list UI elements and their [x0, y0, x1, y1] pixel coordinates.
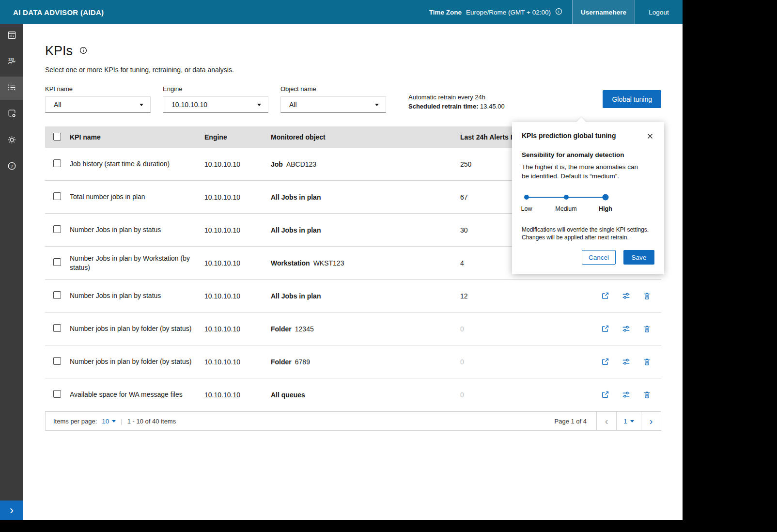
row-actions	[597, 390, 661, 400]
timezone-info-icon[interactable]	[555, 8, 562, 16]
table-row: Number jobs in plan by folder (by status…	[45, 345, 661, 378]
logout-button[interactable]: Logout	[635, 0, 683, 24]
kpi-name-cell: Number Jobs in plan by status	[70, 291, 204, 300]
save-button[interactable]: Save	[623, 250, 654, 265]
chevron-down-icon	[112, 420, 116, 422]
row-checkbox[interactable]	[53, 324, 61, 332]
tune-kpi-icon[interactable]	[621, 291, 631, 301]
header-kpi-name: KPI name	[70, 133, 204, 141]
alerts-cell: 0	[460, 391, 597, 399]
monitored-object-cell: JobABCD123	[271, 160, 460, 168]
delete-kpi-icon[interactable]	[642, 390, 652, 400]
items-per-page-label: Items per page:	[53, 418, 97, 425]
engine-cell: 10.10.10.10	[204, 226, 271, 234]
prev-page-button[interactable]: ‹	[596, 412, 616, 430]
open-kpi-icon[interactable]	[600, 291, 610, 301]
filter-kpi-name: KPI name All	[45, 85, 151, 113]
forecast-123-icon: 123	[7, 57, 16, 68]
sidebar-expand-button[interactable]: ›	[0, 501, 23, 520]
delete-kpi-icon[interactable]	[642, 291, 652, 301]
slider-dot-medium[interactable]	[564, 195, 569, 200]
row-actions	[597, 357, 661, 367]
open-kpi-icon[interactable]	[600, 390, 610, 400]
global-tuning-popover: KPIs prediction global tuning Sensibilit…	[512, 122, 664, 274]
cancel-button[interactable]: Cancel	[582, 250, 616, 265]
kpi-name-cell: Number Jobs in plan by Workstation (by s…	[70, 254, 204, 272]
page-subtitle: Select one or more KPIs for tuning, retr…	[45, 66, 661, 74]
row-checkbox[interactable]	[53, 225, 61, 233]
kpi-name-select-value: All	[54, 101, 62, 109]
app-title: AI DATA ADVISOR (AIDA)	[0, 0, 104, 24]
monitored-object-cell: All Jobs in plan	[271, 193, 460, 201]
sensitivity-slider[interactable]	[527, 193, 606, 201]
kpi-name-cell: Job history (start time & duration)	[70, 159, 204, 169]
tune-kpi-icon[interactable]	[621, 324, 631, 334]
row-checkbox[interactable]	[53, 192, 61, 200]
logout-label: Logout	[649, 9, 668, 16]
select-all-checkbox[interactable]	[53, 133, 61, 141]
row-checkbox[interactable]	[53, 357, 61, 365]
alerts-cell: 12	[460, 292, 597, 300]
alerts-cell: 0	[460, 358, 597, 366]
settings-gear-icon	[7, 135, 16, 146]
monitored-object-cell: All queues	[271, 391, 460, 399]
global-tuning-button[interactable]: Global tuning	[603, 90, 661, 108]
pagination-bar: Items per page: 10 | 1 - 10 of 40 items …	[45, 411, 661, 431]
object-name-select[interactable]: All	[280, 96, 386, 113]
sidebar-item-forecast[interactable]: 123	[0, 50, 23, 74]
table-row: Number Jobs in plan by status 10.10.10.1…	[45, 280, 661, 313]
monitored-object-cell: Folder12345	[271, 325, 460, 333]
row-actions	[597, 324, 661, 334]
sidebar-item-help[interactable]: ?	[0, 155, 23, 178]
object-name-select-value: All	[289, 101, 297, 109]
engine-cell: 10.10.10.10	[204, 193, 271, 201]
close-icon[interactable]	[646, 132, 654, 141]
engine-select-value: 10.10.10.10	[171, 101, 207, 109]
timezone: Time Zone Europe/Rome (GMT + 02:00)	[420, 0, 572, 24]
row-actions	[597, 291, 661, 301]
override-note: Modifications will override the single K…	[522, 226, 657, 241]
delete-kpi-icon[interactable]	[642, 357, 652, 367]
sidebar: 123 ? ›	[0, 24, 23, 520]
open-kpi-icon[interactable]	[600, 324, 610, 334]
engine-filter-label: Engine	[163, 85, 268, 93]
slider-handle-high[interactable]	[603, 194, 609, 201]
monitored-object-cell: All Jobs in plan	[271, 226, 460, 234]
tune-kpi-icon[interactable]	[621, 390, 631, 400]
user-menu[interactable]: Usernamehere	[572, 0, 635, 24]
tune-kpi-icon[interactable]	[621, 357, 631, 367]
row-checkbox[interactable]	[53, 390, 61, 398]
open-kpi-icon[interactable]	[600, 357, 610, 367]
row-checkbox[interactable]	[53, 258, 61, 266]
sidebar-item-engine-config[interactable]	[0, 103, 23, 126]
table-row: Number jobs in plan by folder (by status…	[45, 313, 661, 345]
page-info: Page 1 of 4	[555, 412, 597, 430]
items-range: 1 - 10 of 40 items	[127, 418, 176, 425]
filter-engine: Engine 10.10.10.10	[163, 85, 268, 113]
popover-title: KPIs prediction global tuning	[522, 132, 616, 140]
slider-dot-low[interactable]	[524, 195, 529, 200]
page-title: KPIs	[45, 44, 73, 59]
sidebar-item-dashboard[interactable]	[0, 24, 23, 47]
chevron-down-icon	[375, 104, 379, 106]
row-checkbox[interactable]	[53, 159, 61, 167]
delete-kpi-icon[interactable]	[642, 324, 652, 334]
sidebar-item-settings[interactable]	[0, 129, 23, 152]
engine-select[interactable]: 10.10.10.10	[163, 96, 268, 113]
engine-cell: 10.10.10.10	[204, 325, 271, 333]
next-page-button[interactable]: ›	[641, 412, 661, 430]
engine-cell: 10.10.10.10	[204, 391, 271, 399]
svg-text:123: 123	[8, 57, 14, 61]
kpi-name-select[interactable]: All	[45, 96, 151, 113]
page-select[interactable]: 1	[616, 412, 641, 430]
items-per-page-select[interactable]: 10	[102, 418, 116, 425]
chevron-down-icon	[257, 104, 261, 106]
kpi-name-cell: Available space for WA message files	[70, 390, 204, 399]
sidebar-item-kpi-list[interactable]	[0, 77, 23, 100]
kpis-info-icon[interactable]	[79, 47, 87, 56]
timezone-label: Time Zone	[429, 9, 462, 16]
row-checkbox[interactable]	[53, 291, 61, 299]
monitored-object-cell: Folder6789	[271, 358, 460, 366]
alerts-cell: 0	[460, 325, 597, 333]
filter-row: KPI name All Engine 10.10.10.10 Object n…	[45, 85, 661, 113]
